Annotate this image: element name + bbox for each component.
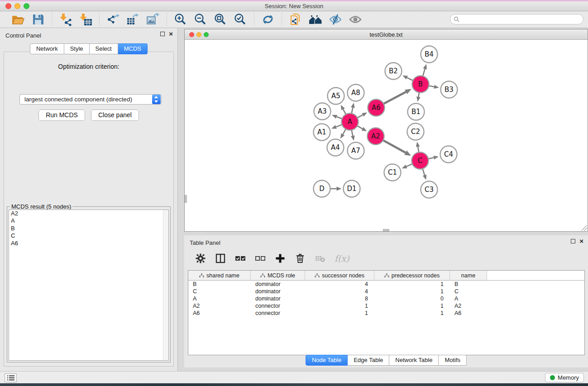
export-image-icon[interactable] <box>146 13 160 26</box>
add-column-icon[interactable] <box>275 253 286 264</box>
svg-text:C3: C3 <box>425 186 434 194</box>
export-table-icon[interactable] <box>126 13 140 26</box>
cell-predecessor-nodes: 1 <box>374 310 450 316</box>
column-header-name[interactable]: name <box>450 271 487 280</box>
mcds-result-item[interactable]: A6 <box>9 240 168 247</box>
column-header-shared-name[interactable]: shared name <box>188 271 251 280</box>
graph-node-A6[interactable]: A6 <box>368 100 385 116</box>
mcds-result-item[interactable]: A <box>9 217 168 224</box>
horizontal-scrollbar-thumb[interactable] <box>383 229 389 231</box>
column-header-mcds-role[interactable]: MCDS role <box>251 271 305 280</box>
graph-node-B[interactable]: B <box>412 76 429 93</box>
mcds-result-list[interactable]: A2ABCA6 <box>9 210 169 361</box>
table-row[interactable]: Adominator80A <box>188 295 584 302</box>
memory-button[interactable]: Memory <box>545 373 584 382</box>
table-row[interactable]: Cdominator41C <box>188 288 584 295</box>
svg-text:C2: C2 <box>411 128 420 136</box>
mcds-result-item[interactable]: A2 <box>9 210 168 217</box>
table-tab-node-table[interactable]: Node Table <box>306 355 348 366</box>
float-panel-icon[interactable] <box>160 32 165 36</box>
show-panels-icon[interactable] <box>348 13 363 26</box>
resize-grip[interactable] <box>582 225 587 231</box>
column-header-successor-nodes[interactable]: successor nodes <box>305 271 374 280</box>
network-graph[interactable]: B4B2BB3A8A5A6A3B1AC2A1A2A4A7C4CC1DD1C3 <box>185 40 588 231</box>
hide-panels-icon[interactable] <box>328 13 343 26</box>
graph-node-C4[interactable]: C4 <box>440 146 457 163</box>
graph-node-A2[interactable]: A2 <box>368 128 384 145</box>
svg-text:B1: B1 <box>411 108 421 116</box>
zoom-out-icon[interactable] <box>193 13 208 26</box>
cell-shared-name: A6 <box>188 310 251 316</box>
delete-column-icon[interactable] <box>295 253 306 264</box>
column-header-predecessor-nodes[interactable]: predecessor nodes <box>374 271 450 280</box>
run-mcds-button[interactable]: Run MCDS <box>38 110 85 121</box>
graph-node-C2[interactable]: C2 <box>407 124 424 140</box>
graph-node-A3[interactable]: A3 <box>314 103 331 120</box>
cell-successor-nodes: 4 <box>305 288 374 295</box>
graph-node-A7[interactable]: A7 <box>348 143 364 159</box>
refresh-icon[interactable] <box>261 13 275 26</box>
cell-mcds-role: connector <box>251 310 305 316</box>
table-tab-edge-table[interactable]: Edge Table <box>348 355 389 366</box>
optimization-dropdown[interactable]: largest connected component (directed) <box>19 94 162 105</box>
import-table-icon[interactable] <box>78 13 93 26</box>
open-session-icon[interactable] <box>11 13 25 26</box>
graph-node-B4[interactable]: B4 <box>421 46 438 63</box>
graph-node-C3[interactable]: C3 <box>421 181 438 198</box>
zoom-fit-icon[interactable] <box>213 13 228 26</box>
cell-predecessor-nodes: 1 <box>374 303 450 309</box>
graph-node-B3[interactable]: B3 <box>441 81 458 98</box>
graph-node-D1[interactable]: D1 <box>344 181 360 197</box>
graph-node-B1[interactable]: B1 <box>408 104 425 120</box>
task-history-button[interactable] <box>5 373 17 382</box>
import-network-icon[interactable] <box>58 13 73 26</box>
tab-select[interactable]: Select <box>90 43 118 54</box>
table-row[interactable]: A6connector11A6 <box>188 310 584 317</box>
graph-node-A1[interactable]: A1 <box>314 124 330 141</box>
cell-successor-nodes: 8 <box>305 295 374 302</box>
table-row[interactable]: A2connector11A2 <box>188 302 584 310</box>
graph-node-A8[interactable]: A8 <box>348 85 364 101</box>
search-field[interactable] <box>450 14 583 24</box>
table-tab-network-table[interactable]: Network Table <box>389 355 439 366</box>
close-panel-icon[interactable]: × <box>169 32 173 36</box>
svg-text:A7: A7 <box>351 147 360 155</box>
duplicate-network-icon[interactable] <box>288 13 303 26</box>
float-table-panel-icon[interactable] <box>571 239 575 243</box>
table-tab-motifs[interactable]: Motifs <box>439 355 467 366</box>
export-network-icon[interactable] <box>106 13 120 26</box>
save-session-icon[interactable] <box>31 13 45 26</box>
table-row[interactable]: Bdominator41B <box>188 281 584 288</box>
cell-shared-name: C <box>188 288 251 295</box>
mcds-result-item[interactable]: C <box>9 232 168 239</box>
tab-mcds[interactable]: MCDS <box>118 43 148 54</box>
deselect-all-icon[interactable] <box>255 253 266 264</box>
select-all-icon[interactable] <box>235 253 246 264</box>
graph-node-A[interactable]: A <box>342 114 359 130</box>
tab-style[interactable]: Style <box>64 43 90 54</box>
network-canvas[interactable]: B4B2BB3A8A5A6A3B1AC2A1A2A4A7C4CC1DD1C3 <box>185 40 588 231</box>
graph-node-A4[interactable]: A4 <box>327 139 344 156</box>
home-icon[interactable] <box>308 13 323 26</box>
zoom-in-icon[interactable] <box>173 13 188 26</box>
svg-text:D: D <box>319 185 325 193</box>
graph-node-C[interactable]: C <box>412 152 429 169</box>
svg-text:A1: A1 <box>317 128 326 136</box>
search-input[interactable] <box>459 15 583 24</box>
mcds-list-scrollbar[interactable] <box>163 210 168 360</box>
graph-node-B2[interactable]: B2 <box>385 63 402 80</box>
mcds-result-item[interactable]: B <box>9 225 168 232</box>
graph-node-A5[interactable]: A5 <box>328 88 344 105</box>
close-panel-button[interactable]: Close panel <box>91 110 139 121</box>
delete-table-icon[interactable] <box>315 253 325 264</box>
dropdown-stepper-icon <box>152 95 161 104</box>
table-settings-icon[interactable] <box>195 253 206 264</box>
close-table-panel-icon[interactable]: × <box>579 239 583 243</box>
tab-network[interactable]: Network <box>30 43 64 54</box>
vertical-scrollbar-thumb[interactable] <box>185 195 187 203</box>
graph-node-D[interactable]: D <box>314 181 330 197</box>
function-builder-icon[interactable]: f(x) <box>335 253 349 263</box>
zoom-selected-icon[interactable] <box>233 13 248 26</box>
column-visibility-icon[interactable] <box>215 253 226 264</box>
graph-node-C1[interactable]: C1 <box>384 164 401 181</box>
